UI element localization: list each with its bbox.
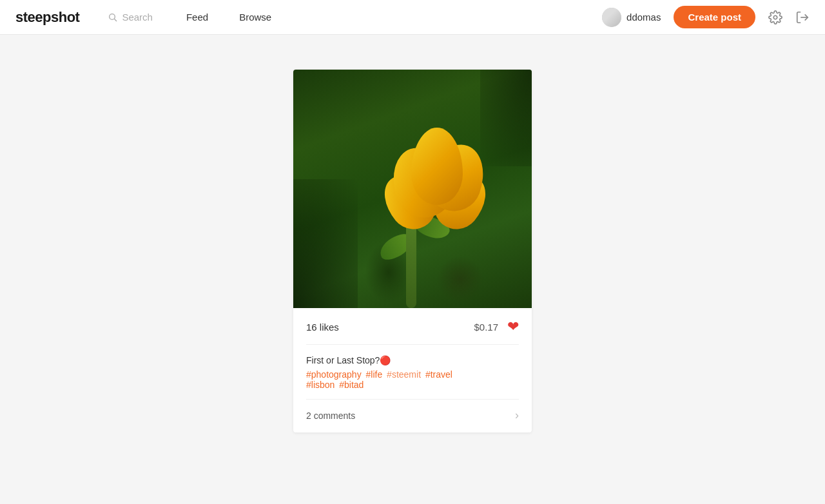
card-comments[interactable]: 2 comments › [306,400,519,432]
main-content: 16 likes $0.17 ❤ First or Last Stop?🔴 #p… [0,35,825,458]
post-image[interactable] [293,70,532,308]
post-price: $0.17 [474,322,498,333]
image-overlay-right [480,70,532,166]
likes-count: 16 likes [306,322,339,333]
comments-count: 2 comments [306,411,515,421]
hashtag-photography[interactable]: #photography [306,369,362,380]
svg-line-1 [115,19,117,21]
caption-text: First or Last Stop?🔴 [306,355,519,365]
create-post-button[interactable]: Create post [674,6,755,28]
image-overlay-left [293,179,358,308]
header: steepshot Search Feed Browse ddomas Crea… [0,0,825,35]
post-card: 16 likes $0.17 ❤ First or Last Stop?🔴 #p… [293,70,532,432]
logo[interactable]: steepshot [15,9,79,26]
chevron-right-icon: › [515,409,519,422]
nav-links: Feed Browse [171,12,287,23]
hashtag-bitad[interactable]: #bitad [339,380,364,390]
card-stats: 16 likes $0.17 ❤ [306,318,519,345]
nav-feed[interactable]: Feed [171,12,224,23]
avatar [602,8,621,27]
search-box[interactable]: Search [100,8,160,26]
user-info[interactable]: ddomas [602,8,661,27]
heart-icon: ❤ [507,318,519,335]
hashtag-lisbon[interactable]: #lisbon [306,380,335,390]
username: ddomas [626,12,661,23]
hashtag-life[interactable]: #life [366,369,383,380]
svg-point-2 [773,15,777,19]
hashtag-steemit[interactable]: #steemit [387,369,421,380]
card-caption: First or Last Stop?🔴 #photography #life … [306,345,519,400]
svg-point-0 [110,14,115,19]
logout-icon[interactable] [795,10,810,24]
nav-right: ddomas Create post [602,6,810,28]
search-icon [108,12,118,23]
search-label: Search [122,12,153,23]
gear-icon[interactable] [768,10,782,24]
like-button[interactable]: ❤ [507,318,519,335]
hashtag-travel[interactable]: #travel [425,369,452,380]
hashtags: #photography #life #steemit #travel #lis… [306,369,519,390]
card-body: 16 likes $0.17 ❤ First or Last Stop?🔴 #p… [293,308,532,432]
nav-browse[interactable]: Browse [224,12,287,23]
